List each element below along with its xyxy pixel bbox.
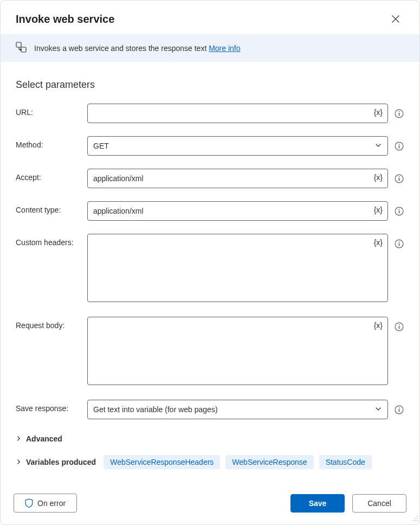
close-icon <box>392 15 399 23</box>
info-icon <box>395 239 404 248</box>
url-input[interactable] <box>87 104 388 123</box>
advanced-label: Advanced <box>26 434 62 443</box>
insert-variable-button[interactable]: {x} <box>373 320 384 331</box>
info-icon <box>395 109 404 118</box>
save-button[interactable]: Save <box>290 494 345 513</box>
dialog-content: Select parameters URL: {x} Method: GET <box>1 62 419 483</box>
shield-icon <box>25 498 33 508</box>
info-banner: Invokes a web service and stores the res… <box>1 34 419 62</box>
content-type-input[interactable] <box>87 201 388 221</box>
banner-text: Invokes a web service and stores the res… <box>34 44 241 53</box>
save-response-label: Save response: <box>16 400 82 413</box>
field-accept: Accept: {x} <box>16 169 404 188</box>
request-body-input[interactable] <box>87 317 388 385</box>
svg-point-12 <box>398 208 399 209</box>
field-content-type: Content type: {x} <box>16 201 404 221</box>
method-info-button[interactable] <box>393 140 404 151</box>
field-request-body: Request body: {x} <box>16 317 404 387</box>
field-save-response: Save response: Get text into variable (f… <box>16 400 404 419</box>
insert-variable-button[interactable]: {x} <box>373 237 384 248</box>
dialog-title: Invoke web service <box>16 13 114 25</box>
svg-rect-22 <box>398 409 399 412</box>
save-response-select[interactable]: Get text into variable (for web pages) <box>87 400 388 419</box>
svg-rect-13 <box>398 210 399 214</box>
svg-rect-16 <box>398 243 399 246</box>
svg-rect-1 <box>21 47 26 52</box>
cancel-button[interactable]: Cancel <box>352 494 406 513</box>
method-label: Method: <box>16 136 82 149</box>
info-icon <box>395 207 404 216</box>
svg-rect-7 <box>398 145 399 149</box>
url-label: URL: <box>16 104 82 117</box>
chevron-right-icon <box>16 458 22 466</box>
svg-point-21 <box>398 407 399 408</box>
save-response-info-button[interactable] <box>393 404 404 415</box>
svg-rect-4 <box>398 113 399 116</box>
banner-description: Invokes a web service and stores the res… <box>34 44 209 53</box>
variables-produced-row: Variables produced WebServiceResponseHea… <box>16 455 404 469</box>
svg-point-18 <box>398 324 399 325</box>
content-type-info-button[interactable] <box>393 206 404 216</box>
more-info-link[interactable]: More info <box>209 44 240 53</box>
info-icon <box>395 142 404 151</box>
on-error-label: On error <box>37 499 66 508</box>
request-body-label: Request body: <box>16 317 82 330</box>
advanced-expander[interactable]: Advanced <box>16 432 404 445</box>
variables-produced-label: Variables produced <box>26 458 96 466</box>
insert-variable-button[interactable]: {x} <box>373 172 384 183</box>
svg-point-9 <box>398 176 399 177</box>
custom-headers-label: Custom headers: <box>16 234 82 247</box>
field-url: URL: {x} <box>16 104 404 123</box>
invoke-web-service-dialog: Invoke web service Invokes a web service… <box>0 0 420 525</box>
variables-produced-expander[interactable]: Variables produced <box>16 456 96 469</box>
insert-variable-button[interactable]: {x} <box>373 204 384 215</box>
svg-rect-0 <box>16 42 21 47</box>
method-select[interactable]: GET <box>87 136 388 156</box>
custom-headers-info-button[interactable] <box>393 238 404 249</box>
svg-rect-19 <box>398 326 399 329</box>
accept-input[interactable] <box>87 169 388 188</box>
request-body-info-button[interactable] <box>393 321 404 332</box>
variable-chip[interactable]: StatusCode <box>319 455 372 469</box>
close-button[interactable] <box>387 10 404 28</box>
svg-point-6 <box>398 143 399 144</box>
custom-headers-input[interactable] <box>87 234 388 302</box>
variable-chip[interactable]: WebServiceResponse <box>225 455 313 469</box>
content-type-label: Content type: <box>16 201 82 214</box>
info-icon <box>395 405 404 414</box>
url-info-button[interactable] <box>393 108 404 119</box>
info-icon <box>395 174 404 183</box>
svg-point-15 <box>398 241 399 242</box>
insert-variable-button[interactable]: {x} <box>373 107 384 118</box>
accept-info-button[interactable] <box>393 173 404 184</box>
dialog-footer: On error Save Cancel <box>1 483 419 524</box>
dialog-header: Invoke web service <box>1 1 419 34</box>
variable-chip[interactable]: WebServiceResponseHeaders <box>104 455 220 469</box>
chevron-right-icon <box>16 434 22 443</box>
field-custom-headers: Custom headers: {x} <box>16 234 404 304</box>
info-icon <box>395 322 404 331</box>
svg-point-3 <box>398 111 399 112</box>
web-service-icon <box>16 42 27 54</box>
field-method: Method: GET <box>16 136 404 156</box>
accept-label: Accept: <box>16 169 82 182</box>
on-error-button[interactable]: On error <box>14 494 77 513</box>
section-title: Select parameters <box>16 79 404 91</box>
svg-rect-10 <box>398 178 399 181</box>
